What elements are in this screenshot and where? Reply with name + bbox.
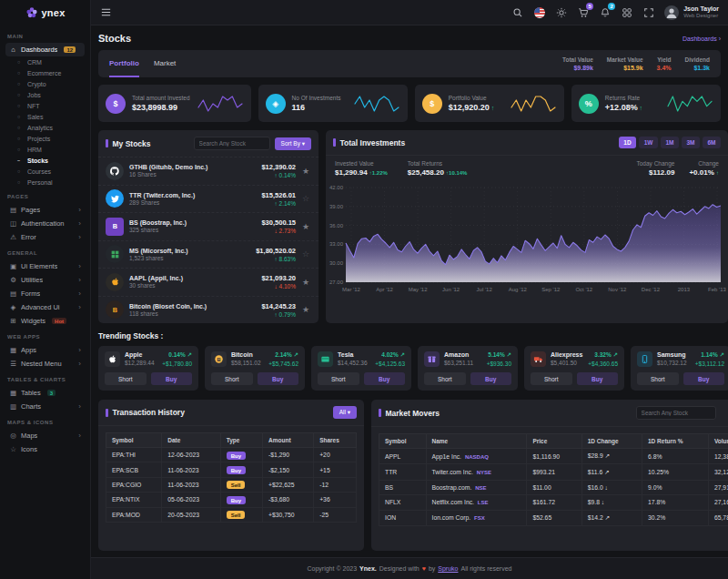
stock-info: MS (Micorsoft, Inc.)1,523 shares bbox=[129, 248, 188, 261]
sidebar-item-pages[interactable]: ▤Pages› bbox=[5, 203, 85, 217]
brand-flower-icon bbox=[25, 6, 38, 19]
sidebar-item-maps[interactable]: ◎Maps› bbox=[5, 429, 85, 442]
sidebar-subitem-projects[interactable]: ○Projects bbox=[5, 133, 85, 144]
buy-button[interactable]: Buy bbox=[577, 372, 619, 385]
sidebar-item-dashboards[interactable]: ⌂Dashboards12 bbox=[5, 43, 85, 56]
sidebar-item-ui-elements[interactable]: ▣Ui Elements› bbox=[5, 259, 85, 273]
sidebar-item-tables[interactable]: ▦Tables3 bbox=[5, 386, 85, 400]
user-profile[interactable]: Json Taylor Web Designer bbox=[664, 5, 719, 20]
investment-stat-label: Today Change bbox=[637, 160, 675, 167]
sidebar-subitem-courses[interactable]: ○Courses bbox=[5, 166, 85, 177]
stock-row[interactable]: AAPL (Appil, Inc.)30 shares$21,093.20↓ 4… bbox=[98, 268, 318, 296]
star-filled-icon[interactable]: ★ bbox=[302, 305, 311, 314]
sidebar-subitem-stocks[interactable]: –Stocks bbox=[5, 155, 85, 166]
sidebar-item-charts[interactable]: ▥Charts› bbox=[5, 400, 85, 413]
my-stocks-search-input[interactable] bbox=[194, 137, 270, 150]
bullet-icon: ○ bbox=[17, 125, 23, 130]
tab-portfolio[interactable]: Portfolio bbox=[109, 50, 139, 77]
sidebar-subitem-crypto[interactable]: ○Crypto bbox=[5, 78, 85, 89]
short-button[interactable]: Short bbox=[637, 372, 679, 385]
sidebar-item-forms[interactable]: ▤Forms› bbox=[5, 287, 85, 300]
table-row[interactable]: EPA:MOD20-05-2023Sell+$30,750-25 bbox=[106, 507, 357, 522]
range-button-1m[interactable]: 1M bbox=[661, 137, 679, 148]
notifications-bell-icon[interactable]: 2 bbox=[599, 6, 612, 19]
cell-shares: -12 bbox=[314, 477, 357, 492]
fullscreen-icon[interactable] bbox=[642, 6, 655, 19]
table-row[interactable]: BSBoostrap.com. NSE$11.00$16.0 ↓9.0%27,9… bbox=[379, 480, 728, 494]
stock-row[interactable]: GTHB (Gituhb, Demo Inc.)16 Shares$12,390… bbox=[98, 157, 318, 185]
sidebar-item-apps[interactable]: ▦Apps› bbox=[5, 343, 85, 357]
stock-row[interactable]: MS (Micorsoft, Inc.)1,523 shares$1,80,52… bbox=[98, 240, 318, 269]
star-filled-icon[interactable]: ★ bbox=[302, 167, 311, 176]
short-button[interactable]: Short bbox=[531, 372, 572, 385]
sidebar-item-nested-menu[interactable]: ☰Nested Menu› bbox=[5, 357, 85, 371]
trending-stocks-heading: Trending Stocks : bbox=[98, 331, 728, 340]
sidebar-subitem-crm[interactable]: ○CRM bbox=[5, 56, 85, 67]
sidebar-subitem-sales[interactable]: ○Sales bbox=[5, 111, 85, 122]
search-icon[interactable] bbox=[511, 6, 524, 19]
short-button[interactable]: Short bbox=[211, 372, 253, 385]
sidebar-item-utilities[interactable]: ⚙Utilities› bbox=[5, 273, 85, 287]
stock-row[interactable]: BBS (Boostrap, Inc.)325 shares$30,500.15… bbox=[98, 212, 318, 240]
footer-designer-link[interactable]: Spruko bbox=[438, 565, 458, 572]
ui-elements-icon: ▣ bbox=[9, 262, 17, 270]
cart-icon[interactable]: 5 bbox=[577, 6, 590, 19]
sidebar-subitem-ecommerce[interactable]: ○Ecommerce bbox=[5, 67, 85, 78]
svg-text:Sep '12: Sep '12 bbox=[541, 287, 561, 292]
apps-grid-icon[interactable] bbox=[621, 6, 633, 19]
buy-button[interactable]: Buy bbox=[683, 372, 725, 385]
range-button-1w[interactable]: 1W bbox=[639, 137, 658, 148]
transactions-filter-button[interactable]: All ▾ bbox=[333, 406, 357, 419]
bullet-icon: ○ bbox=[17, 147, 23, 152]
table-row[interactable]: IONIon.com Corp. FSX$52.65$14.2 ↗30.2%65… bbox=[379, 510, 728, 525]
short-button[interactable]: Short bbox=[105, 372, 147, 385]
buy-button[interactable]: Buy bbox=[364, 372, 406, 385]
short-button[interactable]: Short bbox=[424, 372, 466, 385]
sidebar-item-error[interactable]: ⚠Error› bbox=[5, 230, 85, 244]
short-button[interactable]: Short bbox=[318, 372, 359, 385]
sidebar-item-badge: Hot bbox=[52, 318, 66, 324]
stock-change: ↓ 2.73% bbox=[261, 228, 296, 234]
tab-market[interactable]: Market bbox=[154, 50, 176, 77]
table-row[interactable]: EPA:CGIO11-06-2023Sell+$22,625-12 bbox=[106, 477, 357, 492]
buy-button[interactable]: Buy bbox=[151, 372, 193, 385]
svg-text:2013: 2013 bbox=[678, 287, 691, 292]
table-row[interactable]: TTRTwiter.com Inc. NYSE$993.21$11.6 ↗10.… bbox=[379, 464, 728, 480]
star-filled-icon[interactable]: ★ bbox=[302, 278, 311, 287]
star-outline-icon[interactable]: ☆ bbox=[302, 249, 311, 259]
buy-button[interactable]: Buy bbox=[470, 372, 512, 385]
table-row[interactable]: NFLXNetflix.com Inc. LSE$161.72$9.8 ↓17.… bbox=[379, 495, 728, 510]
range-button-1d[interactable]: 1D bbox=[619, 137, 636, 148]
table-row[interactable]: EPA:SCB11-06-2023Buy-$2,150+15 bbox=[106, 462, 357, 477]
hamburger-menu-icon[interactable] bbox=[100, 6, 112, 18]
sidebar-subitem-personal[interactable]: ○Personal bbox=[5, 177, 85, 188]
sidebar-item-widgets[interactable]: ⊞WidgetsHot bbox=[5, 314, 85, 328]
brand-logo[interactable]: ynex bbox=[0, 0, 90, 25]
star-filled-icon[interactable]: ★ bbox=[302, 222, 311, 231]
my-stocks-sort-button[interactable]: Sort By ▾ bbox=[275, 137, 311, 150]
table-row[interactable]: APPLApp1e Inc. NASDAQ$1,116.90$28.9 ↗6.8… bbox=[379, 449, 728, 464]
trending-actions: ShortBuy bbox=[424, 372, 511, 385]
user-role: Web Designer bbox=[683, 13, 719, 19]
sidebar-subitem-hrm[interactable]: ○HRM bbox=[5, 144, 85, 155]
market-movers-search-input[interactable] bbox=[636, 406, 716, 420]
sidebar-section-title: GENERAL bbox=[7, 250, 83, 256]
sidebar-subitem-analytics[interactable]: ○Analytics bbox=[5, 122, 85, 133]
sidebar-subitem-nft[interactable]: ○NFT bbox=[5, 100, 85, 111]
language-flag-icon[interactable] bbox=[533, 6, 546, 19]
stock-row[interactable]: BBitcoin (Bioset Coin, Inc.)118 shares$1… bbox=[98, 296, 318, 324]
table-row[interactable]: EPA:NTIX05-06-2023Buy-$3,680+36 bbox=[106, 493, 357, 507]
table-row[interactable]: EPA:THI12-06-2023Buy-$1,290+20 bbox=[106, 448, 357, 462]
breadcrumb[interactable]: Dashboards › bbox=[682, 36, 728, 42]
buy-button[interactable]: Buy bbox=[258, 372, 299, 385]
sidebar-item-authentication[interactable]: ◫Authentication› bbox=[5, 217, 85, 230]
sidebar-subitem-jobs[interactable]: ○Jobs bbox=[5, 89, 85, 100]
stock-row[interactable]: TTR (Twiter.com, Inc.)289 Shares$15,526.… bbox=[98, 185, 318, 213]
star-outline-icon[interactable]: ☆ bbox=[302, 194, 311, 203]
range-button-3m[interactable]: 3M bbox=[682, 137, 700, 148]
theme-toggle-icon[interactable] bbox=[555, 6, 568, 19]
range-button-6m[interactable]: 6M bbox=[703, 137, 721, 148]
sidebar-item-advanced-ui[interactable]: ◈Advanced Ui› bbox=[5, 300, 85, 314]
sidebar-item-icons[interactable]: ☆Icons bbox=[5, 442, 85, 456]
trending-actions: ShortBuy bbox=[318, 372, 405, 385]
